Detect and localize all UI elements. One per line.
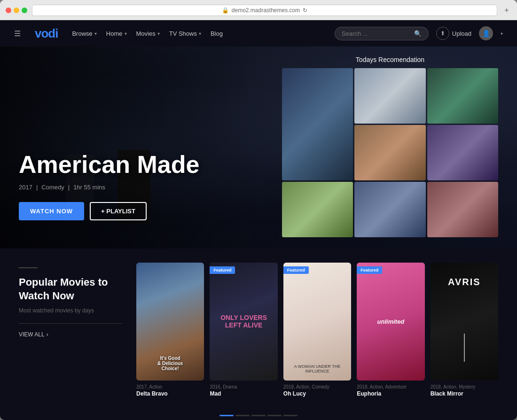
bottom-section: Popular Movies to Watch Now Most watched… [0, 249, 517, 411]
dot-close[interactable] [6, 8, 11, 13]
section-info: Popular Movies to Watch Now Most watched… [19, 263, 122, 397]
rec-item-2[interactable] [354, 68, 425, 124]
movie-poster-5: AVRIS [431, 263, 498, 381]
top-nav: ☰ vodi Browse ▾ Home ▾ Movies ▾ TV S [0, 20, 517, 47]
movie-card-3[interactable]: Featured A WOMAN UNDER THE INFLUENCE 201… [283, 263, 351, 397]
add-tab-button[interactable]: + [502, 6, 511, 15]
movie-title-5: Black Mirror [431, 390, 498, 397]
movie-info-4: 2018, Action, Adventure Euphoria [357, 381, 424, 397]
watch-now-button[interactable]: WATCH NOW [19, 202, 84, 220]
browser-chrome: 🔒 demo2.madrasthemes.com ↻ + [0, 0, 517, 20]
section-subtitle: Most watched movies by days [19, 307, 122, 314]
browse-chevron: ▾ [94, 31, 97, 36]
user-avatar[interactable]: 👤 [479, 26, 493, 40]
address-bar[interactable]: 🔒 demo2.madrasthemes.com ↻ [32, 5, 497, 16]
nav-blog[interactable]: Blog [211, 30, 223, 37]
hero-buttons: WATCH NOW + PLAYLIST [19, 202, 199, 220]
movie-title-1: Delta Bravo [136, 390, 204, 397]
upload-button[interactable]: ⬆ Upload [436, 27, 471, 40]
hero-genre: Comedy [41, 184, 64, 191]
search-box[interactable]: 🔍 [335, 27, 429, 40]
poster-2-overlay: ONLY LOVERS LEFT ALIVE [217, 314, 271, 330]
movie-meta-1: 2017, Action [136, 384, 204, 389]
movie-poster-3: Featured A WOMAN UNDER THE INFLUENCE [283, 263, 351, 381]
nav-browse[interactable]: Browse ▾ [72, 30, 96, 37]
scroll-dot-1[interactable] [219, 415, 234, 416]
nav-movies[interactable]: Movies ▾ [136, 30, 160, 37]
browser-window: 🔒 demo2.madrasthemes.com ↻ + ☰ vodi Brow… [0, 0, 517, 420]
rec-item-3[interactable] [427, 68, 498, 124]
hero-title: American Made [19, 151, 199, 178]
add-playlist-button[interactable]: + PLAYLIST [90, 202, 147, 220]
movie-card-4[interactable]: Featured unlimited 2018, Action, Adventu… [357, 263, 424, 397]
movie-info-2: 2016, Drama Mad [210, 381, 277, 397]
url-text: demo2.madrasthemes.com [232, 7, 300, 14]
movie-card-2[interactable]: Featured ONLY LOVERS LEFT ALIVE 2016, Dr… [210, 263, 277, 397]
nav-home[interactable]: Home ▾ [106, 30, 127, 37]
movie-poster-2: Featured ONLY LOVERS LEFT ALIVE [210, 263, 277, 381]
dot-minimize[interactable] [14, 8, 19, 13]
upload-icon: ⬆ [436, 27, 449, 40]
movie-title-3: Oh Lucy [283, 390, 351, 397]
lock-icon: 🔒 [222, 7, 229, 14]
movie-title-2: Mad [210, 390, 277, 397]
movie-card-5[interactable]: AVRIS 2018, Action, Mystery Black Mirror [431, 263, 498, 397]
movie-info-3: 2018, Action, Comedy Oh Lucy [283, 381, 351, 397]
movies-chevron: ▾ [157, 31, 160, 36]
scroll-dot-2[interactable] [235, 415, 250, 416]
browser-dots [6, 8, 27, 13]
movie-poster-4: Featured unlimited [357, 263, 424, 381]
rec-title: Todays Recomendation [282, 56, 498, 63]
section-divider [19, 267, 38, 268]
nav-links: Browse ▾ Home ▾ Movies ▾ TV Shows ▾ Blog [72, 30, 320, 37]
section-title: Popular Movies to Watch Now [19, 276, 122, 303]
rec-item-large[interactable] [282, 68, 353, 180]
movie-meta-4: 2018, Action, Adventure [357, 384, 424, 389]
featured-badge-2: Featured [210, 266, 235, 274]
hero-year: 2017 [19, 184, 32, 191]
view-all-chevron: › [47, 331, 48, 338]
featured-badge-3: Featured [283, 266, 309, 274]
dot-maximize[interactable] [22, 8, 27, 13]
view-all-link[interactable]: VIEW ALL › [19, 323, 122, 338]
user-chevron[interactable]: ▾ [501, 31, 503, 36]
rec-item-5[interactable] [427, 125, 498, 180]
search-input[interactable] [342, 30, 410, 37]
hero-duration: 1hr 55 mins [73, 184, 105, 191]
movie-card-1[interactable]: It's Good& DeliciousChoice! 2017, Action… [136, 263, 204, 397]
rec-item-7[interactable] [354, 182, 425, 237]
rec-item-4[interactable] [354, 125, 425, 180]
scroll-dot-4[interactable] [267, 415, 282, 416]
movie-meta-5: 2018, Action, Mystery [431, 384, 498, 389]
movie-meta-3: 2018, Action, Comedy [283, 384, 351, 389]
scroll-dot-3[interactable] [251, 415, 266, 416]
rec-item-6[interactable] [282, 182, 353, 237]
refresh-icon[interactable]: ↻ [303, 7, 307, 14]
featured-badge-4: Featured [357, 266, 382, 274]
home-chevron: ▾ [125, 31, 127, 36]
rec-item-8[interactable] [427, 182, 498, 237]
nav-tvshows[interactable]: TV Shows ▾ [169, 30, 201, 37]
search-icon[interactable]: 🔍 [414, 30, 422, 37]
movie-info-1: 2017, Action Delta Bravo [136, 381, 204, 397]
hero-info: 2017 | Comedy | 1hr 55 mins [19, 184, 199, 191]
site-content: ☰ vodi Browse ▾ Home ▾ Movies ▾ TV S [0, 20, 517, 420]
site-logo[interactable]: vodi [35, 26, 58, 41]
scroll-indicators [0, 411, 517, 420]
movie-info-5: 2018, Action, Mystery Black Mirror [431, 381, 498, 397]
movie-meta-2: 2016, Drama [210, 384, 277, 389]
rec-grid [282, 68, 498, 237]
movie-poster-1: It's Good& DeliciousChoice! [136, 263, 204, 381]
movies-grid: It's Good& DeliciousChoice! 2017, Action… [136, 263, 498, 397]
nav-right: 🔍 ⬆ Upload 👤 ▾ [335, 26, 503, 40]
movie-title-4: Euphoria [357, 390, 424, 397]
hamburger-icon[interactable]: ☰ [14, 29, 21, 38]
scroll-dot-5[interactable] [283, 415, 298, 416]
hero-content: American Made 2017 | Comedy | 1hr 55 min… [19, 151, 199, 220]
tvshows-chevron: ▾ [199, 31, 201, 36]
hero-section: American Made 2017 | Comedy | 1hr 55 min… [0, 47, 517, 249]
recommendations-panel: Todays Recomendation [282, 56, 498, 237]
